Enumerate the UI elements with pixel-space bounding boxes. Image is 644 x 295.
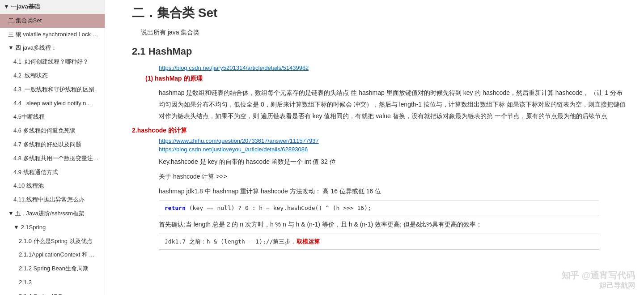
sidebar-item-s11[interactable]: 4.7 多线程的好处以及问题: [0, 138, 105, 152]
sidebar-item-s19[interactable]: 2.1.1ApplicationContext 和 ...: [0, 248, 105, 262]
sidebar-item-s12[interactable]: 4.8 多线程共用一个数据变量注意...: [0, 152, 105, 166]
code-block-1: return (key == null) ? 0 : h = key.hashC…: [159, 201, 599, 215]
sidebar-item-s10[interactable]: 4.6 多线程如何避免死锁: [0, 124, 105, 138]
sidebar-item-s13[interactable]: 4.9 线程通信方式: [0, 166, 105, 180]
sidebar-item-s9[interactable]: 4.5中断线程: [0, 110, 105, 124]
code2-content: Jdk1.7 之前：h & (length - 1);//第三步，: [165, 238, 297, 245]
code1-keyword: return: [165, 205, 186, 211]
link1[interactable]: https://blog.csdn.net/jiary5201314/artic…: [159, 64, 599, 71]
sidebar-item-s1[interactable]: ▼ 一java基础: [0, 0, 105, 14]
sidebar-item-s17[interactable]: ▼ 2.1Spring: [0, 221, 105, 235]
section-title: 2.1 HashMap: [132, 46, 626, 57]
sidebar-nav: ▼ 一java基础二.集合类Set三 锁 volatile synchroniz…: [0, 0, 105, 295]
code-block-2: Jdk1.7 之前：h & (length - 1);//第三步，取模运算: [159, 234, 599, 250]
section-label-2-text: 2.hashcode 的计算: [132, 127, 187, 134]
sidebar-item-s4[interactable]: ▼ 四 java多线程：: [0, 41, 105, 55]
section-label-2: 2.hashcode 的计算: [132, 127, 626, 135]
sidebar-item-s18[interactable]: 2.1.0 什么是Spring 以及优点: [0, 235, 105, 248]
link3[interactable]: https://blog.csdn.net/justloveyou_/artic…: [159, 146, 599, 153]
sidebar-item-s8[interactable]: 4.4 . sleep wait yield notify n...: [0, 97, 105, 111]
code2-highlight: 取模运算: [297, 238, 320, 245]
sidebar-item-s2[interactable]: 二.集合类Set: [0, 14, 105, 28]
highlight1-text: hashmap jdk1.8 中 hashmap 重计算 hashcode 方法…: [159, 188, 381, 195]
page-title: 二．集合类 Set: [132, 4, 626, 21]
para2: Key.hashcode 是 key 的自带的 hascode 函数是一个 in…: [159, 156, 599, 167]
sidebar-item-s22[interactable]: 2.1.4 Spring IOC: [0, 290, 105, 295]
red-label-1: (1) hashMap 的原理: [145, 75, 626, 83]
sidebar-item-s6[interactable]: 4.2 .线程状态: [0, 69, 105, 83]
para3: 关于 hashcode 计算 >>>: [159, 171, 599, 182]
sidebar: ▼ 一java基础二.集合类Set三 锁 volatile synchroniz…: [0, 0, 105, 295]
main-content: 二．集合类 Set 说出所有 java 集合类 2.1 HashMap http…: [105, 0, 644, 295]
sidebar-item-s3[interactable]: 三 锁 volatile synchronized Lock R...: [0, 28, 105, 42]
para3-text: 关于 hashcode 计算 >>>: [159, 173, 227, 180]
para4: 首先确认:当 length 总是 2 的 n 次方时，h % n 与 h & (…: [159, 219, 599, 230]
sidebar-item-s14[interactable]: 4.10 线程池: [0, 179, 105, 193]
highlight1: hashmap jdk1.8 中 hashmap 重计算 hashcode 方法…: [159, 186, 599, 197]
sidebar-item-s16[interactable]: ▼ 五 . Java进阶/ssh/ssm框架: [0, 207, 105, 221]
code1-content: (key == null) ? 0 : h = key.hashCode() ^…: [186, 205, 371, 211]
sidebar-item-s7[interactable]: 4.3 .一般线程和守护线程的区别: [0, 83, 105, 97]
sidebar-item-s15[interactable]: 4.11.线程中抛出异常怎么办: [0, 193, 105, 207]
sidebar-item-s21[interactable]: 2.1.3: [0, 276, 105, 290]
subtitle: 说出所有 java 集合类: [132, 29, 626, 37]
sidebar-item-s5[interactable]: 4.1 .如何创建线程？哪种好？: [0, 55, 105, 69]
sidebar-item-s20[interactable]: 2.1.2 Spring Bean生命周期: [0, 262, 105, 276]
link2[interactable]: https://www.zhihu.com/question/20733617/…: [159, 137, 599, 144]
para1: hashmap 是数组和链表的结合体，数组每个元素存的是链表的头结点 往 has…: [159, 87, 626, 122]
